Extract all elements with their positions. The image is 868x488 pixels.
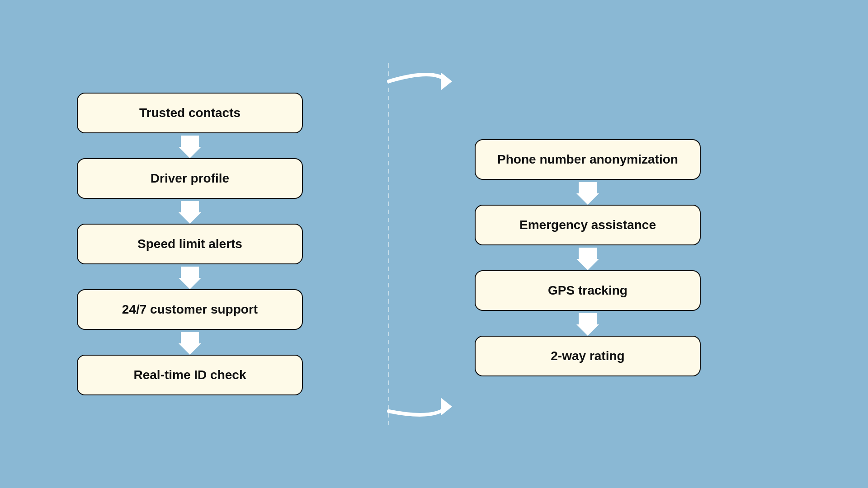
arrow-down-2 (179, 199, 201, 224)
svg-marker-1 (179, 201, 201, 224)
box-gps-tracking-label: GPS tracking (548, 283, 627, 298)
box-customer-support: 24/7 customer support (77, 289, 303, 330)
left-column: Trusted contacts Driver profile Speed li… (72, 93, 307, 395)
svg-marker-5 (441, 72, 452, 90)
box-phone-anonymization: Phone number anonymization (475, 139, 701, 180)
right-column: Phone number anonymization Emergency ass… (470, 139, 705, 376)
svg-marker-0 (179, 136, 201, 158)
arrow-down-4 (179, 330, 201, 355)
svg-marker-7 (576, 182, 599, 205)
box-emergency-assistance-label: Emergency assistance (519, 218, 656, 232)
arrow-down-6 (576, 245, 599, 270)
arrow-down-3 (179, 264, 201, 289)
svg-marker-3 (179, 332, 201, 355)
svg-marker-8 (576, 248, 599, 270)
svg-marker-2 (179, 267, 201, 289)
diagram-container: Trusted contacts Driver profile Speed li… (72, 41, 796, 447)
arrow-down-7 (576, 311, 599, 336)
box-emergency-assistance: Emergency assistance (475, 205, 701, 245)
box-trusted-contacts: Trusted contacts (77, 93, 303, 133)
box-realtime-id-check: Real-time ID check (77, 355, 303, 395)
box-phone-anonymization-label: Phone number anonymization (497, 152, 678, 167)
box-two-way-rating: 2-way rating (475, 336, 701, 376)
box-realtime-id-check-label: Real-time ID check (134, 368, 246, 382)
box-customer-support-label: 24/7 customer support (122, 302, 258, 317)
svg-marker-9 (576, 313, 599, 336)
box-driver-profile: Driver profile (77, 158, 303, 199)
box-speed-limit-alerts: Speed limit alerts (77, 224, 303, 264)
box-speed-limit-alerts-label: Speed limit alerts (137, 237, 242, 251)
connector (307, 41, 470, 447)
arrow-down-1 (179, 133, 201, 158)
box-gps-tracking: GPS tracking (475, 270, 701, 311)
svg-marker-6 (441, 398, 452, 416)
box-driver-profile-label: Driver profile (151, 171, 229, 186)
arrow-down-5 (576, 180, 599, 205)
box-trusted-contacts-label: Trusted contacts (139, 106, 241, 120)
box-two-way-rating-label: 2-way rating (551, 349, 624, 363)
